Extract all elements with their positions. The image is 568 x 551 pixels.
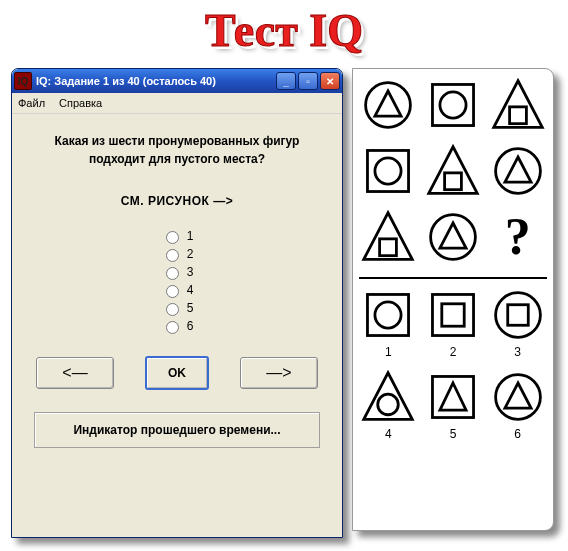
triangle-with-square-icon: [490, 77, 546, 133]
window-title: IQ: Задание 1 из 40 (осталось 40): [36, 75, 274, 87]
puzzle-grid: ?: [359, 77, 547, 265]
prev-button[interactable]: <—: [36, 357, 114, 389]
minimize-button[interactable]: _: [276, 72, 296, 90]
answer-grid: 1 2 3 4: [359, 287, 547, 441]
circle-with-square-icon: [490, 287, 546, 343]
option-radio-4[interactable]: [166, 285, 179, 298]
answer-cell: 5: [424, 369, 483, 441]
answer-cell: 4: [359, 369, 418, 441]
menu-help[interactable]: Справка: [59, 97, 102, 109]
svg-rect-9: [445, 173, 462, 190]
option-radio-3[interactable]: [166, 267, 179, 280]
svg-marker-11: [505, 157, 531, 182]
answer-label: 3: [514, 345, 521, 359]
grid-divider: [359, 277, 547, 279]
page-heading: Тест IQ: [0, 4, 568, 57]
answer-label: 1: [385, 345, 392, 359]
option-row[interactable]: 4: [161, 282, 194, 298]
square-with-triangle-icon: [425, 369, 481, 425]
option-radio-5[interactable]: [166, 303, 179, 316]
menu-file[interactable]: Файл: [18, 97, 45, 109]
option-radio-1[interactable]: [166, 231, 179, 244]
svg-rect-18: [432, 294, 473, 335]
close-button[interactable]: ✕: [320, 72, 340, 90]
titlebar[interactable]: IQ IQ: Задание 1 из 40 (осталось 40) _ ▫…: [12, 69, 342, 93]
triangle-with-square-icon: [360, 209, 416, 265]
answer-label: 2: [450, 345, 457, 359]
answer-options: 1 2 3 4 5 6: [34, 228, 320, 334]
square-with-circle-icon: [360, 143, 416, 199]
svg-marker-25: [440, 383, 466, 410]
square-with-circle-icon: [360, 287, 416, 343]
svg-marker-15: [440, 223, 466, 248]
option-radio-2[interactable]: [166, 249, 179, 262]
square-with-circle-icon: [425, 77, 481, 133]
option-row[interactable]: 6: [161, 318, 194, 334]
answer-cell: 1: [359, 287, 418, 359]
svg-marker-8: [429, 147, 478, 194]
svg-point-7: [375, 158, 401, 184]
svg-rect-5: [509, 107, 526, 124]
app-icon: IQ: [14, 72, 32, 90]
option-radio-6[interactable]: [166, 321, 179, 334]
answer-cell: 2: [424, 287, 483, 359]
svg-rect-13: [380, 239, 397, 256]
ok-button[interactable]: OK: [145, 356, 209, 390]
option-label: 2: [187, 247, 194, 261]
window-client-area: Какая из шести пронумерованных фигур под…: [12, 114, 342, 538]
maximize-button[interactable]: ▫: [298, 72, 318, 90]
triangle-with-circle-icon: [360, 369, 416, 425]
svg-marker-1: [375, 91, 401, 116]
option-label: 1: [187, 229, 194, 243]
puzzle-cell-missing: ?: [488, 209, 547, 265]
puzzle-cell: [359, 143, 418, 199]
svg-marker-4: [493, 81, 542, 128]
puzzle-cell: [424, 143, 483, 199]
answer-cell: 3: [488, 287, 547, 359]
circle-with-triangle-icon: [360, 77, 416, 133]
option-row[interactable]: 3: [161, 264, 194, 280]
answer-cell: 6: [488, 369, 547, 441]
next-button[interactable]: —>: [240, 357, 318, 389]
svg-point-3: [440, 92, 466, 118]
puzzle-cell: [359, 209, 418, 265]
nav-button-bar: <— OK —>: [34, 356, 320, 390]
puzzle-cell: [424, 77, 483, 133]
puzzle-cell: [488, 77, 547, 133]
svg-rect-19: [442, 304, 464, 326]
question-prompt: Какая из шести пронумерованных фигур под…: [34, 132, 320, 168]
circle-with-triangle-icon: [490, 143, 546, 199]
option-row[interactable]: 1: [161, 228, 194, 244]
app-window: IQ IQ: Задание 1 из 40 (осталось 40) _ ▫…: [11, 68, 343, 538]
time-indicator: Индикатор прошедшего времени...: [34, 412, 320, 448]
puzzle-cell: [359, 77, 418, 133]
option-row[interactable]: 5: [161, 300, 194, 316]
answer-label: 5: [450, 427, 457, 441]
svg-point-20: [495, 293, 540, 338]
option-label: 6: [187, 319, 194, 333]
menubar: Файл Справка: [12, 93, 342, 114]
svg-marker-12: [364, 213, 413, 260]
answer-label: 4: [385, 427, 392, 441]
svg-marker-27: [505, 383, 531, 408]
question-mark-icon: ?: [505, 209, 531, 265]
svg-marker-22: [364, 373, 413, 420]
svg-rect-21: [507, 305, 528, 326]
option-label: 3: [187, 265, 194, 279]
option-label: 5: [187, 301, 194, 315]
circle-with-triangle-icon: [425, 209, 481, 265]
triangle-with-square-icon: [425, 143, 481, 199]
see-figure-label: СМ. РИСУНОК —>: [34, 194, 320, 208]
answer-label: 6: [514, 427, 521, 441]
svg-point-17: [375, 302, 401, 328]
figure-panel: ? 1 2 3: [352, 68, 554, 531]
option-label: 4: [187, 283, 194, 297]
puzzle-cell: [488, 143, 547, 199]
square-with-square-icon: [425, 287, 481, 343]
option-row[interactable]: 2: [161, 246, 194, 262]
svg-point-23: [378, 394, 399, 415]
puzzle-cell: [424, 209, 483, 265]
circle-with-triangle-icon: [490, 369, 546, 425]
